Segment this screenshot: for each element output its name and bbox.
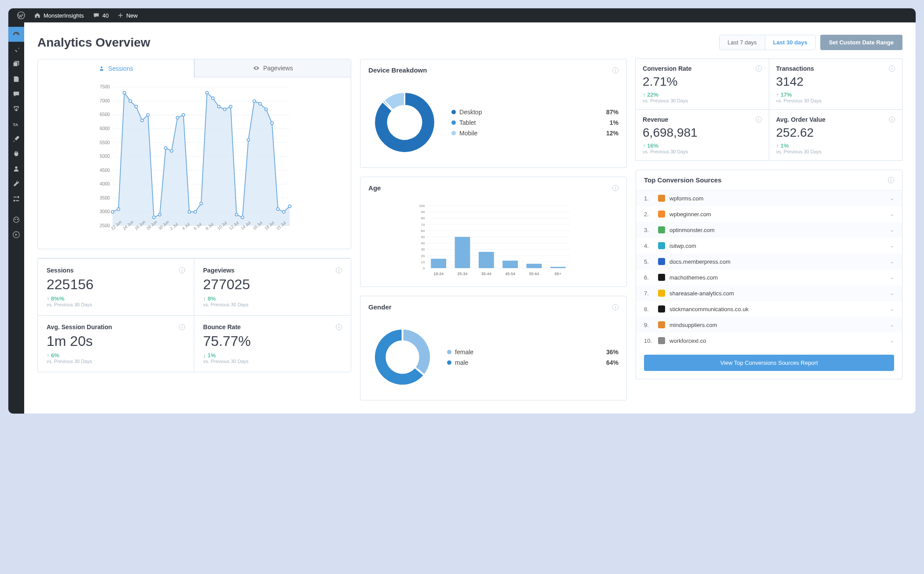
sessions-line-chart: 2500300035004000450050005500600065007000… <box>43 83 346 246</box>
svg-point-5 <box>17 219 18 220</box>
sidebar-item-media[interactable] <box>8 57 24 72</box>
new-link[interactable]: New <box>113 12 142 19</box>
source-row[interactable]: 8. stickmancommunications.co.uk ⌄ <box>636 301 902 317</box>
custom-date-range-button[interactable]: Set Custom Date Range <box>820 35 902 50</box>
source-row[interactable]: 6. machothemes.com ⌄ <box>636 269 902 285</box>
legend-row: male64% <box>447 357 618 368</box>
view-sources-report-button[interactable]: View Top Conversions Sources Report <box>644 355 894 371</box>
svg-text:90: 90 <box>421 210 425 214</box>
source-row[interactable]: 1. wpforms.com ⌄ <box>636 190 902 206</box>
info-icon[interactable]: i <box>889 65 895 72</box>
user-icon <box>12 165 20 173</box>
info-icon[interactable]: i <box>756 116 762 123</box>
sidebar-item-download[interactable] <box>8 102 24 116</box>
source-row[interactable]: 7. shareasale-analytics.com ⌄ <box>636 285 902 301</box>
favicon-icon <box>658 337 665 344</box>
chevron-down-icon: ⌄ <box>890 306 894 312</box>
wp-logo-icon[interactable] <box>13 11 29 19</box>
svg-point-2 <box>15 167 17 169</box>
chevron-down-icon: ⌄ <box>890 290 894 296</box>
info-icon[interactable]: i <box>612 304 618 310</box>
sidebar-item-posts[interactable] <box>8 42 24 57</box>
info-icon[interactable]: i <box>889 116 895 123</box>
sidebar-item-comments[interactable] <box>8 87 24 102</box>
sidebar-item-appearance[interactable] <box>8 131 24 146</box>
info-icon[interactable]: i <box>336 267 342 273</box>
svg-text:6500: 6500 <box>100 112 110 117</box>
tab-sessions[interactable]: Sessions <box>38 59 194 77</box>
source-row[interactable]: 9. mindsuppliers.com ⌄ <box>636 317 902 333</box>
device-donut-chart <box>368 86 441 159</box>
sources-title: Top Conversion Sources <box>644 176 721 184</box>
svg-point-54 <box>253 100 255 102</box>
sidebar-item-insights[interactable] <box>8 27 24 42</box>
source-row[interactable]: 4. isitwp.com ⌄ <box>636 238 902 254</box>
tab-last-7-days[interactable]: Last 7 days <box>720 35 765 50</box>
gender-donut-chart <box>368 323 437 391</box>
svg-point-40 <box>170 149 173 152</box>
info-icon[interactable]: i <box>179 267 185 273</box>
svg-point-32 <box>123 91 126 94</box>
svg-point-58 <box>276 208 279 211</box>
svg-text:7000: 7000 <box>100 98 110 103</box>
sidebar-item-settings[interactable] <box>8 191 24 206</box>
svg-point-33 <box>129 100 131 102</box>
svg-text:6000: 6000 <box>100 126 110 131</box>
age-bar-chart: 010203040506070809010018-2425-3435-4445-… <box>368 203 618 278</box>
svg-point-30 <box>111 211 114 213</box>
site-link[interactable]: MonsterInsights <box>29 12 88 19</box>
wp-sidebar: TA <box>8 22 24 414</box>
svg-point-41 <box>176 116 179 119</box>
info-icon[interactable]: i <box>888 177 894 183</box>
ecom-stat-cell: Revenuei 6,698,981 ↑ 16% vs. Previous 30… <box>635 109 769 161</box>
svg-text:80: 80 <box>421 216 425 220</box>
svg-text:100: 100 <box>419 204 425 208</box>
sidebar-item-collapse[interactable] <box>8 227 24 242</box>
wrench-icon <box>12 180 20 188</box>
chevron-down-icon: ⌄ <box>890 211 894 217</box>
sidebar-item-pages[interactable] <box>8 72 24 87</box>
svg-point-38 <box>158 213 161 216</box>
svg-text:4000: 4000 <box>100 182 110 186</box>
tab-last-30-days[interactable]: Last 30 days <box>765 35 815 50</box>
favicon-icon <box>658 226 665 233</box>
sidebar-item-tools[interactable] <box>8 176 24 191</box>
stat-cell: Sessionsi 225156 ↑ 8%% vs. Previous 30 D… <box>38 258 194 315</box>
source-row[interactable]: 10. workforcexl.co ⌄ <box>636 333 902 349</box>
pages-icon <box>12 75 20 83</box>
age-title: Age <box>368 184 381 192</box>
comments-link[interactable]: 40 <box>88 12 113 19</box>
source-row[interactable]: 5. docs.memberpress.com ⌄ <box>636 254 902 269</box>
svg-text:35-44: 35-44 <box>481 272 491 276</box>
source-row[interactable]: 2. wpbeginner.com ⌄ <box>636 206 902 222</box>
svg-rect-108 <box>550 267 566 268</box>
info-icon[interactable]: i <box>179 324 185 330</box>
svg-text:3500: 3500 <box>100 196 110 200</box>
sidebar-item-users[interactable] <box>8 161 24 176</box>
svg-text:3000: 3000 <box>100 209 110 214</box>
ecom-stat-cell: Conversion Ratei 2.71% ↑ 22% vs. Previou… <box>635 58 769 110</box>
sidebar-item-ta[interactable]: TA <box>8 116 24 131</box>
pin-icon <box>12 45 20 53</box>
date-range-tabs: Last 7 days Last 30 days <box>719 35 816 50</box>
legend-row: Desktop87% <box>451 107 618 117</box>
info-icon[interactable]: i <box>612 67 618 73</box>
svg-point-44 <box>194 211 196 213</box>
stat-cell: Avg. Session Durationi 1m 20s ↑ 6% vs. P… <box>38 315 194 372</box>
svg-point-3 <box>14 217 19 223</box>
info-icon[interactable]: i <box>612 185 618 191</box>
legend-row: Mobile12% <box>451 128 618 138</box>
svg-point-59 <box>282 211 285 213</box>
content-area: Analytics Overview Last 7 days Last 30 d… <box>24 22 916 414</box>
favicon-icon <box>658 195 665 202</box>
source-row[interactable]: 3. optinmonster.com ⌄ <box>636 222 902 238</box>
sidebar-item-mascot[interactable] <box>8 212 24 227</box>
ecom-stat-cell: Avg. Order Valuei 252.62 ↑ 1% vs. Previo… <box>769 109 902 161</box>
chevron-down-icon: ⌄ <box>890 227 894 233</box>
ecommerce-stats: Conversion Ratei 2.71% ↑ 22% vs. Previou… <box>636 59 902 161</box>
sidebar-item-plugins[interactable] <box>8 146 24 161</box>
info-icon[interactable]: i <box>756 65 762 72</box>
info-icon[interactable]: i <box>336 324 342 330</box>
comments-count: 40 <box>102 12 109 19</box>
tab-pageviews[interactable]: Pageviews <box>194 59 351 77</box>
